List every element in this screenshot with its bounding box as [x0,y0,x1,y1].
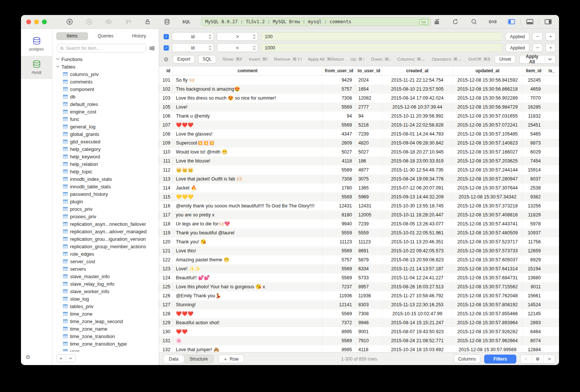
sidebar-table-item[interactable]: columns_priv [56,70,159,78]
cell-updated_at[interactable]: 2015-12-08 15:30:56.866218 [453,85,523,94]
sidebar-table-item[interactable]: innodb_table_stats [56,183,159,190]
export-button[interactable]: Export [173,55,195,64]
table-row[interactable]: 111Love the blouse!41181862015-08-18 23:… [159,157,559,165]
search-input[interactable] [66,46,143,51]
cell-updated_at[interactable]: 2015-12-08 15:30:57.762048 [453,291,523,300]
cell-created_at[interactable]: 2015-11-21 22:12:54.754 [382,76,453,85]
cell-to_user_id[interactable]: 11936 [355,291,382,300]
cell-created_at[interactable]: 2015-08-24 21:08:52.771 [382,336,453,345]
cell-created_at[interactable]: 2015-08-13 20:59:06.623 [382,255,453,264]
cell-from_user_id[interactable]: 5569 [322,336,355,345]
cell-id[interactable]: 127 [159,300,173,309]
table-row[interactable]: 119Thank you beautiful @laurel5559555920… [159,228,559,237]
cell-from_user_id[interactable]: 11936 [322,291,355,300]
cell-created_at[interactable]: 2015-10-11 20:39:56.992 [382,112,453,121]
cell-updated_at[interactable]: 2015-12-08 15:30:57.203625 [453,157,523,165]
table-row[interactable]: 106Thank u @emily94942015-10-11 20:39:56… [159,112,559,121]
cell-id[interactable]: 117 [159,210,173,219]
cell-id[interactable]: 124 [159,273,173,282]
item-search-field[interactable] [57,44,146,52]
sidebar-table-item[interactable]: db [56,93,159,100]
filter-enabled-checkbox[interactable]: ✓ [164,45,169,51]
cell-is_[interactable] [544,309,559,318]
cell-to_user_id[interactable]: 12431 [355,201,382,210]
cell-from_user_id[interactable]: 5569 [322,309,355,318]
cell-comment[interactable]: @emily thank you soooo much beautiful!!!… [173,201,323,210]
cell-from_user_id[interactable]: 7308 [322,94,355,103]
add-filter-button[interactable]: + [546,43,556,52]
cell-is_[interactable] [544,76,559,85]
sidebar-table-item[interactable]: slave_relay_log_info [56,280,159,288]
cell-comment[interactable]: Love that jacket! Outfit is fab 🙌🏻 [173,174,323,183]
cell-updated_at[interactable]: 2015-12-08 15:30:57.072241 [453,121,523,130]
sidebar-table-item[interactable]: time_zone_leap_second [56,317,159,325]
cell-comment[interactable]: ❤️❤️❤️ [173,309,323,318]
sidebar-table-item[interactable]: time_zone_name [56,325,159,332]
cell-to_user_id[interactable]: 12005 [355,210,382,219]
sidebar-table-item[interactable]: time_zone [56,310,159,317]
power-plug-icon[interactable] [64,18,75,26]
table-row[interactable]: 132Love that jumper! 🙈899541182015-10-24… [159,345,559,352]
cell-id[interactable]: 128 [159,309,173,318]
cell-to_user_id[interactable]: 5969 [355,192,382,201]
table-row[interactable]: 127Stunning!1214183032015-11-13 22:30:16… [159,300,559,309]
table-row[interactable]: 123Love! ✨✨556963342015-11-21 14:13:57.1… [159,264,559,273]
frame-icon[interactable] [487,18,498,26]
column-header-comment[interactable]: comment [173,66,323,75]
cell-updated_at[interactable]: 2015-12-08 15:30:57.855466 [453,309,523,318]
cell-item_id[interactable]: 6029 [522,148,544,157]
cell-created_at[interactable]: 2015-08-18 23:00:33.919 [382,157,453,165]
cell-updated_at[interactable]: 2015-12-08 15:30:57.031655 [453,112,523,121]
cell-is_[interactable] [544,85,559,94]
chart-icon[interactable] [431,18,442,26]
cell-created_at[interactable]: 2015-10-15 10:02:47.99 [382,309,453,318]
cell-comment[interactable]: ❤️❤️ [173,327,323,336]
sql-button[interactable]: SQL [198,55,216,64]
cell-created_at[interactable]: 2015-11-21 14:13:57.187 [382,264,453,273]
cell-comment[interactable]: Love! [173,103,323,112]
cell-from_user_id[interactable]: 1780 [322,183,355,192]
cell-to_user_id[interactable]: 5733 [355,273,382,282]
rail-settings-gear-icon[interactable]: ⚙ [25,354,30,360]
table-row[interactable]: 129Beautiful action shot!737299462015-08… [159,318,559,327]
cell-item_id[interactable]: 9382 [522,192,544,201]
sidebar-table-item[interactable]: procs_priv [56,205,159,213]
cell-to_user_id[interactable]: 5216 [355,121,382,130]
sidebar-table-item[interactable]: replication_group_member_actions [56,243,159,250]
cell-created_at[interactable]: 2015-11-27 10:58:46.792 [382,291,453,300]
cell-is_[interactable] [544,264,559,273]
table-row[interactable]: 110Would love to! @mith 😬502750272015-08… [159,148,559,157]
close-button[interactable] [26,19,31,24]
sidebar-table-item[interactable]: component [56,85,159,93]
table-row[interactable]: 113Love that jacket! Outfit is fab 🙌🏻730… [159,174,559,183]
cell-updated_at[interactable]: 2015-12-08 15:30:57.280947 [453,174,523,183]
cell-item_id[interactable]: 8873 [522,139,544,148]
table-row[interactable]: 122Amazing pastel theme 😬575758792015-08… [159,255,559,264]
sidebar-table-item[interactable]: gtid_executed [56,138,159,145]
cell-to_user_id[interactable]: 4820 [355,139,382,148]
cell-from_user_id[interactable]: 5569 [322,165,355,174]
cell-item_id[interactable]: 8074 [522,336,544,345]
cell-is_[interactable] [544,336,559,345]
cell-updated_at[interactable]: 2015-12-08 15:30:57.140823 [453,139,523,148]
sidebar-table-item[interactable]: plugin [56,198,159,205]
filter-column-select[interactable]: id [172,43,214,52]
cell-comment[interactable]: 🌸 [173,336,323,345]
refresh-icon[interactable] [450,18,461,26]
cell-to_user_id[interactable]: 1365 [355,183,382,192]
cell-to_user_id[interactable]: 4877 [355,165,382,174]
table-row[interactable]: 102This background is amazing😍5757165420… [159,85,559,94]
cell-comment[interactable]: So fly 🙌🏻 [173,76,323,85]
cell-created_at[interactable]: 2015-08-24 19:09:34.776 [382,174,453,183]
tree-section-tables[interactable]: Tables [56,63,159,70]
cell-is_[interactable] [544,210,559,219]
cell-to_user_id[interactable]: 3075 [355,174,382,183]
filter-applied-button[interactable]: Applied [505,43,529,52]
cell-id[interactable]: 113 [159,174,173,183]
add-filter-button[interactable]: + [546,32,556,41]
table-row[interactable]: 125Love this photo! Your hair is gorgeou… [159,282,559,291]
sidebar-table-item[interactable]: comments [56,78,159,85]
cell-id[interactable]: 119 [159,228,173,237]
cell-updated_at[interactable]: 2015-12-08 15:30:57.99569 [453,345,523,352]
cell-comment[interactable]: Ur legs are to die for🙌🏻💖 [173,219,323,228]
